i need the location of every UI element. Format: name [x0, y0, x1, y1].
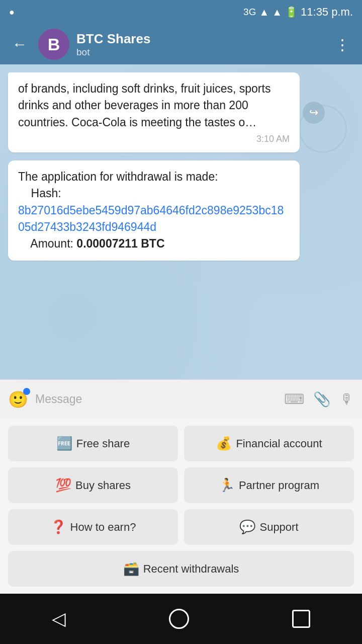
- bot-button-row-1: 🆓 Free share 💰 Financial account: [8, 426, 354, 461]
- status-icons: 3G ▲ ▲ 🔋 11:35 p.m.: [243, 6, 353, 19]
- forward-button[interactable]: ↪: [303, 102, 325, 124]
- buy-shares-button[interactable]: 💯 Buy shares: [8, 467, 178, 503]
- emoji-button[interactable]: 🙂: [8, 390, 28, 409]
- buy-shares-label: Buy shares: [75, 479, 131, 492]
- message-input-area: 🙂 Message ⌨ 📎 🎙: [0, 379, 362, 419]
- recent-withdrawals-label: Recent withdrawals: [143, 562, 239, 576]
- avatar: B: [38, 29, 69, 60]
- how-to-earn-label: How to earn?: [70, 521, 136, 534]
- message-placeholder[interactable]: Message: [35, 392, 277, 406]
- financial-account-button[interactable]: 💰 Financial account: [184, 426, 354, 461]
- bot-button-row-4: 🗃️ Recent withdrawals: [8, 551, 354, 587]
- bot-button-row-2: 💯 Buy shares 🏃 Partner program: [8, 467, 354, 503]
- message-text-2: The application for withdrawal is made: …: [18, 169, 290, 253]
- financial-account-label: Financial account: [236, 437, 322, 450]
- chat-area: of brands, including soft drinks, fruit …: [0, 64, 362, 379]
- attachment-icon[interactable]: 📎: [313, 391, 331, 408]
- free-share-emoji: 🆓: [56, 436, 72, 451]
- emoji-badge: [23, 388, 30, 395]
- status-bar: ● 3G ▲ ▲ 🔋 11:35 p.m.: [0, 0, 362, 24]
- recent-withdrawals-emoji: 🗃️: [123, 561, 139, 577]
- signal-icon-2: ▲: [272, 7, 282, 18]
- message-bubble-1: of brands, including soft drinks, fruit …: [8, 72, 300, 152]
- bot-button-row-3: ❓ How to earn? 💬 Support: [8, 509, 354, 545]
- free-share-button[interactable]: 🆓 Free share: [8, 426, 178, 461]
- message-time-1: 3:10 AM: [18, 134, 290, 144]
- nav-home-button[interactable]: [154, 603, 204, 635]
- partner-program-button[interactable]: 🏃 Partner program: [184, 467, 354, 503]
- recent-withdrawals-button[interactable]: 🗃️ Recent withdrawals: [8, 551, 354, 587]
- message-text-1: of brands, including soft drinks, fruit …: [18, 80, 290, 131]
- hash-link[interactable]: 8b27016d5ebe5459d97ab64646fd2c898e9253bc…: [18, 204, 284, 233]
- nav-back-button[interactable]: ◁: [37, 602, 81, 635]
- amount-value: 0.00007211 BTC: [76, 237, 164, 250]
- how-to-earn-button[interactable]: ❓ How to earn?: [8, 509, 178, 545]
- back-button[interactable]: ←: [8, 32, 31, 57]
- nav-recents-button[interactable]: [277, 604, 325, 634]
- network-label: 3G: [243, 7, 256, 18]
- support-label: Support: [259, 521, 298, 534]
- navigation-bar: ◁: [0, 594, 362, 644]
- financial-account-emoji: 💰: [216, 436, 232, 451]
- time-display: 11:35 p.m.: [301, 6, 353, 19]
- partner-program-label: Partner program: [239, 479, 319, 492]
- input-actions: ⌨ 📎 🎙: [284, 391, 354, 408]
- chat-subtitle: bot: [76, 47, 324, 58]
- header-info: BTC Shares bot: [76, 31, 324, 58]
- chat-title: BTC Shares: [76, 31, 324, 47]
- back-arrow-icon: ◁: [52, 608, 66, 629]
- recents-square-icon: [292, 610, 310, 628]
- free-share-label: Free share: [76, 437, 130, 450]
- support-button[interactable]: 💬 Support: [184, 509, 354, 545]
- chat-header: ← B BTC Shares bot ⋮: [0, 24, 362, 64]
- more-options-button[interactable]: ⋮: [331, 32, 354, 57]
- battery-icon: 🔋: [285, 6, 298, 18]
- bot-buttons-area: 🆓 Free share 💰 Financial account 💯 Buy s…: [0, 419, 362, 594]
- message-bubble-2: The application for withdrawal is made: …: [8, 160, 300, 261]
- partner-program-emoji: 🏃: [219, 477, 235, 493]
- buy-shares-emoji: 💯: [55, 477, 71, 493]
- signal-icon: ▲: [259, 7, 269, 18]
- how-to-earn-emoji: ❓: [50, 519, 66, 535]
- home-circle-icon: [169, 609, 189, 629]
- keyboard-icon[interactable]: ⌨: [284, 391, 304, 408]
- microphone-icon[interactable]: 🎙: [340, 391, 354, 408]
- support-emoji: 💬: [239, 519, 255, 535]
